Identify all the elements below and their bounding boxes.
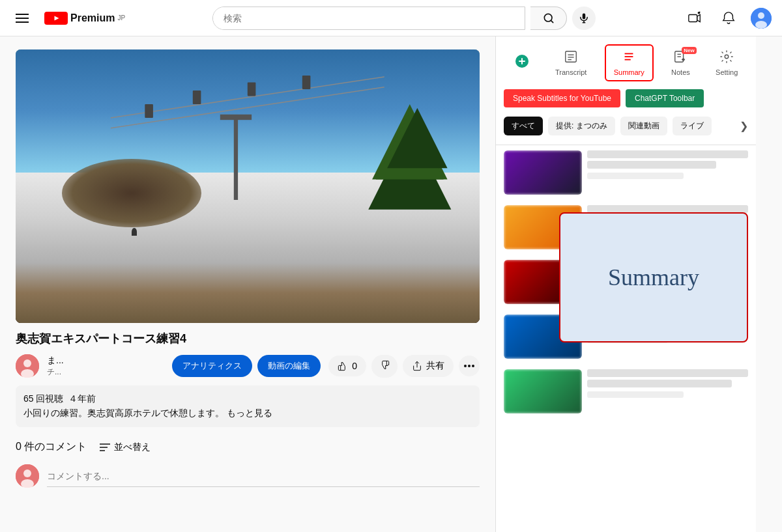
header-center [125,7,683,30]
extension-panel: Transcript Summary [496,36,756,145]
summary-overlay: Summary [559,212,748,343]
channel-avatar-icon [16,354,39,378]
title-placeholder [587,369,748,377]
svg-point-8 [758,12,764,19]
action-buttons: アナリティクス 動画の編集 [172,355,321,377]
notes-label: Notes [671,68,690,76]
video-container[interactable] [16,49,480,323]
dislike-icon [379,360,390,371]
setting-label: Setting [716,68,738,76]
svg-point-26 [468,365,471,367]
speak-subtitles-button[interactable]: Speak Subtitles for YouTube [504,89,620,107]
tab-notes[interactable]: Notes New [663,46,698,80]
edit-video-button[interactable]: 動画の編集 [257,355,321,377]
comment-input-row [16,464,480,488]
mic-icon [578,12,590,24]
tab-setting[interactable]: Setting [708,46,746,80]
video-title: 奥志賀エキスパートコース練習4 [16,331,480,346]
svg-rect-12 [145,104,153,118]
share-icon [412,361,422,371]
analytics-button[interactable]: アナリティクス [172,355,252,377]
list-item[interactable] [496,145,756,200]
sort-button[interactable]: 並べ替え [100,441,151,453]
video-meta: 65 回視聴 ４年前 [23,393,472,405]
filter-matsunomi[interactable]: 提供: まつのみ [548,117,615,135]
logo-jp: JP [117,14,125,21]
svg-point-23 [23,359,31,367]
search-icon [542,12,555,25]
thumb-blur-green [504,369,582,413]
chatgpt-icon [514,53,530,72]
search-input[interactable] [213,7,525,29]
logo[interactable]: PremiumJP [44,12,125,25]
svg-rect-14 [248,82,256,96]
more-link[interactable]: もっと見る [227,408,272,418]
tab-chatgpt[interactable] [506,49,538,76]
video-item-title [587,150,748,158]
dislike-button[interactable] [371,355,398,378]
create-button[interactable] [683,7,706,30]
menu-button[interactable] [10,7,34,30]
svg-point-45 [725,55,729,59]
channel-name[interactable]: ま... [47,355,164,367]
list-item[interactable] [496,364,756,419]
header: PremiumJP [0,0,782,36]
svg-point-32 [23,469,31,477]
summary-tab-label: Summary [614,68,644,76]
filter-chevron-button[interactable]: ❯ [740,120,748,132]
svg-point-25 [464,365,467,367]
years-ago: ４年前 [68,393,96,404]
view-count: 65 回視聴 [23,393,63,404]
summary-overlay-text: Summary [608,264,699,291]
tab-transcript[interactable]: Transcript [547,46,595,80]
avatar[interactable] [751,8,772,29]
filter-all[interactable]: すべて [504,117,543,135]
create-icon [688,11,702,25]
tab-summary[interactable]: Summary [605,44,654,81]
new-badge: New [682,47,696,54]
like-icon [338,361,348,371]
svg-rect-1 [583,13,586,19]
video-item-info [587,369,748,413]
channel-avatar[interactable] [16,354,39,378]
thumb-blur-purple [504,150,582,195]
transcript-label: Transcript [555,68,587,76]
like-button[interactable]: 0 [328,356,366,376]
bell-icon [721,11,736,25]
svg-point-0 [544,14,552,21]
search-button[interactable] [530,7,567,30]
svg-rect-13 [193,91,201,104]
comment-avatar-icon [16,464,39,488]
chatgpt-toolbar-button[interactable]: ChatGPT Toolbar [626,89,704,107]
svg-point-6 [698,11,701,14]
video-thumbnail-small [504,150,582,195]
more-button[interactable] [459,356,480,376]
summary-icon [622,49,636,67]
meta-placeholder [587,391,684,398]
search-bar [212,7,525,30]
svg-rect-16 [234,118,238,200]
filter-related[interactable]: 関連動画 [620,117,667,135]
comments-header: 0 件のコメント 並べ替え [16,440,480,454]
video-thumbnail [16,49,480,323]
setting-icon [719,49,734,67]
notifications-button[interactable] [717,7,740,30]
mic-button[interactable] [572,7,596,30]
svg-rect-35 [566,51,577,63]
share-button[interactable]: 共有 [403,355,454,377]
video-item-title-2 [587,161,716,169]
comment-user-avatar [16,464,39,488]
video-description-text: 小回りの練習。奥志賀高原ホテルで休憩します。 [23,408,224,418]
sidebar: Transcript Summary [495,36,756,532]
youtube-logo [44,12,68,25]
comments-count: 0 件のコメント [16,440,87,454]
channel-info: ま... チ... [47,355,164,378]
svg-rect-4 [689,14,697,21]
svg-point-27 [472,365,474,367]
video-item-meta [587,173,684,179]
comment-input[interactable] [47,466,480,487]
video-description: 65 回視聴 ４年前 小回りの練習。奥志賀高原ホテルで休憩します。 もっと見る [16,385,480,427]
main-layout: 奥志賀エキスパートコース練習4 ま... チ... アナリティクス 動画の編集 [0,36,782,532]
filter-live[interactable]: ライブ [673,117,712,135]
content-area: 奥志賀エキスパートコース練習4 ま... チ... アナリティクス 動画の編集 [0,36,495,532]
